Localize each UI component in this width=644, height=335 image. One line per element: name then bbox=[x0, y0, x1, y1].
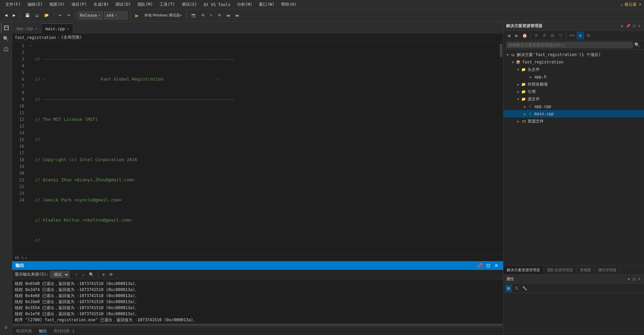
tree-item-project[interactable]: ▼ 📦 fast_registration bbox=[503, 58, 644, 66]
zoom-value[interactable]: 89 % bbox=[15, 256, 24, 260]
toolbar-save-button[interactable]: 💾 bbox=[23, 12, 32, 19]
sol-toolbar-code[interactable]: </> bbox=[569, 32, 576, 39]
toolbar-misc-4[interactable]: ⏮ bbox=[224, 12, 232, 19]
prop-pin-button[interactable]: ▼ bbox=[626, 277, 631, 282]
code-content[interactable]: // -------------------------------------… bbox=[34, 42, 499, 254]
toolbar-back-button[interactable]: ◀ bbox=[3, 12, 9, 19]
output-scroll-track[interactable] bbox=[13, 324, 502, 326]
toolbar-open-button[interactable]: 📂 bbox=[42, 12, 51, 19]
sol-toolbar-back[interactable]: ◀ bbox=[505, 32, 512, 39]
output-find-button[interactable]: 🔍 bbox=[87, 271, 96, 278]
tab-main-cpp-close[interactable]: ✕ bbox=[67, 27, 69, 31]
sol-bottom-tab-team[interactable]: 团队资源管理器 bbox=[544, 266, 577, 274]
output-down-button[interactable]: ↓ bbox=[80, 271, 86, 278]
toolbar-forward-button[interactable]: ▶ bbox=[11, 12, 17, 19]
tree-item-references[interactable]: ▶ 📁 引用 bbox=[503, 88, 644, 95]
platform-dropdown[interactable]: x64 ▾ bbox=[104, 11, 127, 19]
sol-toolbar-settings[interactable]: ⚙ bbox=[585, 32, 592, 39]
output-up-button[interactable]: ↑ bbox=[73, 271, 79, 278]
sol-toolbar-forward[interactable]: ▶ bbox=[513, 32, 520, 39]
app-cpp-icon: C bbox=[528, 104, 533, 109]
menu-build[interactable]: 生成(B) bbox=[91, 0, 112, 9]
output-refresh-button[interactable]: ⟳ bbox=[107, 271, 115, 278]
sol-bottom-tab-solution[interactable]: 解决方案资源管理器 bbox=[503, 266, 544, 274]
bottom-tab-output[interactable]: 输出 bbox=[38, 328, 48, 335]
prop-sort-button[interactable]: ⇅ bbox=[513, 285, 520, 292]
sol-toolbar-show-all[interactable]: ≡ bbox=[577, 32, 584, 39]
breadcrumb-file[interactable]: fast_registration bbox=[15, 35, 56, 40]
activity-git-icon[interactable] bbox=[1, 44, 11, 54]
sol-toolbar-sync[interactable]: ⟳ bbox=[533, 32, 540, 39]
sol-explorer-pin-button[interactable]: 📌 bbox=[625, 23, 631, 29]
solution-search-input[interactable] bbox=[506, 42, 633, 48]
prop-grid-button[interactable]: ⊞ bbox=[505, 285, 512, 292]
editor-scrollbar[interactable] bbox=[499, 42, 503, 254]
run-local-button[interactable]: 本地 Windows 调试器 ▾ bbox=[142, 11, 183, 19]
tree-item-headers[interactable]: ▼ 📁 头文件 bbox=[503, 66, 644, 73]
line-num-12: 12 bbox=[15, 116, 24, 123]
activity-solution-icon[interactable] bbox=[1, 23, 11, 33]
camera-button[interactable]: 📷 bbox=[189, 12, 198, 19]
sol-search-button[interactable]: 🔍 bbox=[633, 42, 641, 47]
menu-qtvstools[interactable]: Qt VS Tools bbox=[201, 1, 233, 8]
tab-app-cpp[interactable]: app.cpp ✕ bbox=[12, 23, 42, 34]
sol-toolbar-filter[interactable]: ▽ bbox=[557, 32, 564, 39]
tab-app-cpp-close[interactable]: ✕ bbox=[35, 27, 37, 31]
prop-wrench-button[interactable]: 🔧 bbox=[521, 285, 528, 292]
toolbar-misc-3[interactable]: ⟳ bbox=[216, 12, 223, 19]
toolbar-misc-1[interactable]: ⟲ bbox=[199, 12, 206, 19]
run-button[interactable]: ▶ bbox=[133, 11, 141, 19]
menu-window[interactable]: 窗口(W) bbox=[256, 0, 277, 9]
tree-item-solution[interactable]: ▼ 🗂 解决方案'fast_registration'(1 个项目) bbox=[503, 51, 644, 58]
menu-project[interactable]: 项目(P) bbox=[69, 0, 90, 9]
sol-explorer-close-button[interactable]: ✕ bbox=[637, 23, 641, 29]
output-float-button[interactable]: ⊡ bbox=[485, 263, 492, 268]
tab-main-cpp[interactable]: main.cpp ✕ bbox=[42, 23, 73, 34]
menu-team[interactable]: 团队(M) bbox=[135, 0, 156, 9]
sol-explorer-float-button[interactable]: ⊡ bbox=[632, 23, 636, 29]
menu-help[interactable]: 帮助(H) bbox=[278, 0, 299, 9]
bottom-tab-findresults[interactable]: 查找结果 1 bbox=[52, 328, 76, 335]
menu-analyze[interactable]: 分析(N) bbox=[234, 0, 255, 9]
toolbar-misc-5[interactable]: ⏭ bbox=[233, 12, 241, 19]
tree-item-app-h[interactable]: ▶ ★ app.h bbox=[503, 73, 644, 81]
output-source-select[interactable]: 调试 bbox=[50, 271, 69, 278]
output-close-button[interactable]: ✕ bbox=[493, 263, 500, 268]
output-horizontal-scrollbar[interactable] bbox=[12, 323, 503, 327]
config-dropdown[interactable]: Release ▾ bbox=[78, 11, 103, 19]
prop-float-button[interactable]: ⊡ bbox=[632, 276, 636, 282]
prop-close-button[interactable]: ✕ bbox=[637, 276, 641, 282]
activity-search-icon[interactable]: 🔍 bbox=[1, 34, 11, 44]
toolbar-undo-button[interactable]: ↩ bbox=[57, 12, 64, 19]
sol-bottom-tab-class[interactable]: 类视图 bbox=[577, 266, 595, 274]
tree-item-app-cpp[interactable]: ▶ C app.cpp bbox=[503, 103, 644, 110]
sol-toolbar-home[interactable]: 🏠 bbox=[521, 32, 528, 39]
editor-scroll-thumb[interactable] bbox=[500, 44, 502, 57]
zoom-expand[interactable]: ▾ bbox=[25, 256, 28, 260]
toolbar-separator-1 bbox=[20, 12, 20, 19]
tree-item-main-cpp[interactable]: ▶ C main.cpp bbox=[503, 110, 644, 117]
sol-toolbar-collapse-all[interactable]: ⊟ bbox=[549, 32, 556, 39]
line-num-9: 9 bbox=[15, 96, 24, 103]
toolbar-redo-button[interactable]: ↪ bbox=[65, 12, 72, 19]
menu-file[interactable]: 文件(F) bbox=[3, 0, 23, 9]
tree-item-external-deps[interactable]: ▶ 📁 外部依赖项 bbox=[503, 81, 644, 88]
menu-view[interactable]: 视图(V) bbox=[47, 0, 67, 9]
toolbar-misc-2[interactable]: ⤷ bbox=[208, 12, 215, 19]
menu-edit[interactable]: 编辑(E) bbox=[25, 0, 46, 9]
fold-icon-1[interactable]: − bbox=[28, 42, 34, 49]
breadcrumb-scope[interactable]: (全局范围) bbox=[61, 35, 82, 40]
menu-tools[interactable]: 工具(T) bbox=[157, 0, 178, 9]
sol-toolbar-refresh[interactable]: ↺ bbox=[541, 32, 548, 39]
sol-explorer-collapse-button[interactable]: ▼ bbox=[620, 23, 625, 29]
bottom-tab-errors[interactable]: 错误列表 bbox=[15, 328, 34, 335]
tree-item-resources[interactable]: ▶ 🗃 资源文件 bbox=[503, 117, 644, 125]
menu-test[interactable]: 测试(S) bbox=[179, 0, 200, 9]
output-pin-button[interactable]: 📌 bbox=[475, 263, 484, 268]
output-wrap-button[interactable]: ≡ bbox=[100, 271, 107, 278]
menu-debug[interactable]: 调试(D) bbox=[113, 0, 133, 9]
toolbar-savefile-button[interactable]: 🗂 bbox=[33, 12, 41, 19]
tree-item-sources[interactable]: ▼ 📁 源文件 bbox=[503, 95, 644, 103]
activity-settings-icon[interactable]: ⚙ bbox=[1, 322, 11, 332]
sol-bottom-tab-prop-mgr[interactable]: 属性管理器 bbox=[595, 266, 620, 274]
